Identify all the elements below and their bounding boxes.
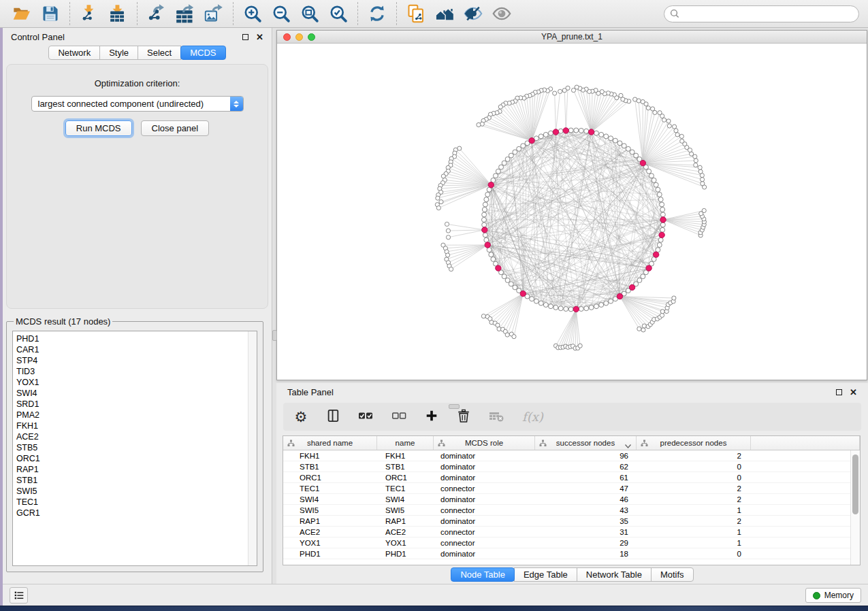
table-cell: 43: [535, 505, 637, 515]
hide-selected-button[interactable]: [462, 3, 485, 24]
zoom-window-light[interactable]: [308, 33, 315, 41]
zoom-in-button[interactable]: [241, 3, 264, 24]
delete-columns-icon: [457, 408, 470, 426]
add-column-button[interactable]: [425, 408, 438, 426]
show-columns-button[interactable]: [326, 408, 340, 426]
result-item[interactable]: STB1: [16, 475, 246, 486]
tab-node-table[interactable]: Node Table: [451, 567, 515, 582]
tab-edge-table[interactable]: Edge Table: [514, 567, 577, 582]
float-table-panel-icon[interactable]: [836, 389, 842, 395]
result-item[interactable]: SWI5: [16, 486, 246, 497]
network-graph[interactable]: [277, 44, 867, 380]
table-row[interactable]: SWI4SWI4dominator462: [283, 494, 860, 505]
delete-table-button[interactable]: [489, 408, 504, 426]
network-canvas[interactable]: [277, 44, 867, 380]
divider-handle-horizontal[interactable]: [449, 404, 460, 409]
show-all-button[interactable]: [490, 3, 513, 24]
table-tabs: Node TableEdge TableNetwork TableMotifs: [276, 567, 868, 582]
criterion-dropdown[interactable]: largest connected component (undirected): [31, 96, 244, 112]
search-input[interactable]: [683, 9, 853, 18]
result-item[interactable]: FKH1: [16, 420, 246, 431]
table-cell: 2: [637, 516, 751, 526]
result-item[interactable]: SRD1: [16, 399, 246, 410]
column-header-mcds-role[interactable]: MCDS role: [434, 436, 535, 450]
result-item[interactable]: ORC1: [16, 453, 246, 464]
table-scrollbar[interactable]: [850, 450, 860, 565]
clear-all-checks-button[interactable]: [391, 408, 406, 426]
table-row[interactable]: SWI5SWI5connector431: [283, 505, 860, 516]
table-panel-title: Table Panel: [287, 387, 334, 397]
minimize-window-light[interactable]: [295, 33, 303, 41]
table-row[interactable]: FKH1FKH1dominator962: [283, 450, 860, 461]
result-item[interactable]: CAR1: [16, 344, 246, 355]
close-table-panel-icon[interactable]: ✕: [850, 388, 857, 397]
network-from-selection-button[interactable]: [404, 3, 428, 24]
result-item[interactable]: SWI4: [16, 388, 246, 399]
table-row[interactable]: YOX1YOX1connector291: [283, 538, 860, 548]
column-header-successor-nodes[interactable]: successor nodes: [535, 436, 637, 450]
network-window-titlebar[interactable]: YPA_prune.txt_1: [277, 31, 867, 44]
result-item[interactable]: TID3: [16, 366, 246, 377]
divider-handle-vertical[interactable]: [272, 330, 277, 341]
dropdown-stepper-icon[interactable]: [230, 97, 243, 111]
export-network-button[interactable]: [145, 3, 168, 24]
close-panel-icon[interactable]: ✕: [256, 33, 263, 42]
select-all-checks-button[interactable]: [358, 408, 373, 426]
export-table-button[interactable]: [174, 3, 197, 24]
table-row[interactable]: ACE2ACE2connector311: [283, 527, 860, 538]
network-window-title: YPA_prune.txt_1: [541, 32, 602, 42]
tab-network-table[interactable]: Network Table: [577, 567, 652, 582]
settings-button[interactable]: ⚙︎: [294, 410, 308, 425]
import-network-button[interactable]: [78, 3, 101, 24]
column-header-shared-name[interactable]: shared name: [283, 436, 377, 450]
tab-network[interactable]: Network: [48, 46, 100, 60]
result-item[interactable]: GCR1: [16, 508, 246, 518]
table-row[interactable]: RAP1RAP1dominator352: [283, 516, 860, 527]
close-panel-button[interactable]: Close panel: [141, 120, 210, 136]
result-item[interactable]: PMA2: [16, 410, 246, 420]
column-header-predecessor-nodes[interactable]: predecessor nodes: [637, 436, 751, 450]
run-mcds-button[interactable]: Run MCDS: [65, 120, 132, 136]
result-item[interactable]: TEC1: [16, 497, 246, 508]
column-header-name[interactable]: name: [377, 436, 434, 450]
open-session-button[interactable]: [10, 3, 33, 24]
apply-layout-button[interactable]: [366, 3, 389, 24]
table-cell: YOX1: [283, 538, 377, 548]
tab-motifs[interactable]: Motifs: [651, 567, 694, 582]
tab-mcds[interactable]: MCDS: [180, 46, 225, 60]
import-table-button[interactable]: [106, 3, 129, 24]
table-row[interactable]: TEC1TEC1connector472: [283, 483, 860, 494]
search-icon: [670, 9, 679, 18]
result-item[interactable]: YOX1: [16, 377, 246, 388]
table-row[interactable]: ORC1ORC1dominator610: [283, 472, 860, 483]
result-item[interactable]: ACE2: [16, 431, 246, 442]
memory-button[interactable]: Memory: [805, 588, 861, 603]
table-row[interactable]: STB1STB1dominator620: [283, 461, 860, 472]
result-scrollbar[interactable]: [248, 331, 257, 565]
mcds-result-list[interactable]: PHD1CAR1STP4TID3YOX1SWI4SRD1PMA2FKH1ACE2…: [12, 331, 257, 566]
table-row[interactable]: PHD1PHD1dominator180: [283, 548, 860, 559]
first-neighbors-button[interactable]: [433, 3, 456, 24]
zoom-selected-button[interactable]: [327, 3, 350, 24]
delete-columns-button[interactable]: [457, 408, 470, 426]
float-panel-icon[interactable]: [242, 34, 248, 40]
close-window-light[interactable]: [283, 33, 291, 41]
table-scrollbar-thumb[interactable]: [852, 455, 858, 514]
result-item[interactable]: STP4: [16, 355, 246, 366]
search-box[interactable]: [664, 5, 859, 22]
result-item[interactable]: STB5: [16, 442, 246, 453]
sort-desc-icon[interactable]: [625, 442, 631, 450]
clear-all-checks-icon: [391, 408, 406, 426]
save-session-button[interactable]: [39, 3, 62, 24]
desktop-wallpaper-bottom: [0, 606, 868, 611]
zoom-out-button[interactable]: [270, 3, 293, 24]
export-image-button[interactable]: [202, 3, 225, 24]
result-item[interactable]: PHD1: [16, 333, 246, 344]
tab-select[interactable]: Select: [138, 46, 181, 60]
zoom-fit-button[interactable]: [298, 3, 321, 24]
function-builder-button[interactable]: f(x): [522, 410, 543, 424]
tab-style[interactable]: Style: [99, 46, 138, 60]
result-item[interactable]: RAP1: [16, 464, 246, 475]
mcds-result-title: MCDS result (17 nodes): [14, 316, 112, 327]
panel-toggle-button[interactable]: [10, 587, 28, 604]
